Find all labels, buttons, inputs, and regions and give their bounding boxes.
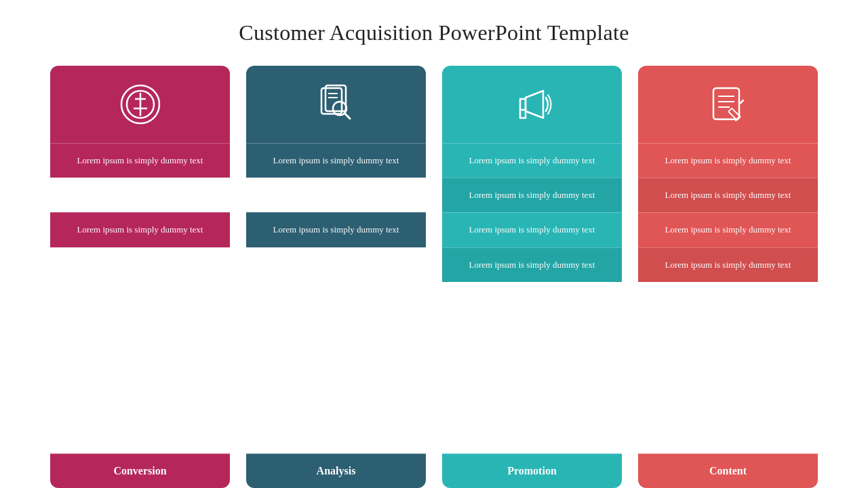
list-item: Lorem ipsum is simply dummy text <box>50 212 230 247</box>
page-title: Customer Acquisition PowerPoint Template <box>239 20 629 45</box>
card-analysis-items: Lorem ipsum is simply dummy text Lorem i… <box>246 143 426 453</box>
card-promotion-header <box>442 66 622 143</box>
search-doc-icon <box>313 81 360 128</box>
document-edit-icon <box>705 81 752 128</box>
svg-line-19 <box>741 100 743 103</box>
list-item: Lorem ipsum is simply dummy text <box>638 143 818 178</box>
card-promotion: Lorem ipsum is simply dummy text Lorem i… <box>442 66 622 488</box>
card-conversion-label: Conversion <box>50 453 230 488</box>
list-item: Lorem ipsum is simply dummy text <box>246 178 426 212</box>
list-item: Lorem ipsum is simply dummy text <box>638 212 818 247</box>
card-content-items: Lorem ipsum is simply dummy text Lorem i… <box>638 143 818 453</box>
card-conversion: Lorem ipsum is simply dummy text Lorem i… <box>50 66 230 488</box>
card-content-label: Content <box>638 453 818 488</box>
cards-container: Lorem ipsum is simply dummy text Lorem i… <box>0 66 868 488</box>
card-analysis: Lorem ipsum is simply dummy text Lorem i… <box>246 66 426 488</box>
list-item: Lorem ipsum is simply dummy text <box>246 212 426 247</box>
list-item: Lorem ipsum is simply dummy text <box>50 247 230 282</box>
card-analysis-label: Analysis <box>246 453 426 488</box>
list-item: Lorem ipsum is simply dummy text <box>50 178 230 212</box>
card-conversion-items: Lorem ipsum is simply dummy text Lorem i… <box>50 143 230 453</box>
card-analysis-header <box>246 66 426 143</box>
card-promotion-label: Promotion <box>442 453 622 488</box>
card-content: Lorem ipsum is simply dummy text Lorem i… <box>638 66 818 488</box>
list-item: Lorem ipsum is simply dummy text <box>442 212 622 247</box>
card-content-header <box>638 66 818 143</box>
svg-rect-14 <box>713 88 739 119</box>
card-promotion-items: Lorem ipsum is simply dummy text Lorem i… <box>442 143 622 453</box>
list-item: Lorem ipsum is simply dummy text <box>442 247 622 282</box>
list-item: Lorem ipsum is simply dummy text <box>442 143 622 178</box>
card-conversion-header <box>50 66 230 143</box>
list-item: Lorem ipsum is simply dummy text <box>246 143 426 178</box>
list-item: Lorem ipsum is simply dummy text <box>442 178 622 212</box>
svg-line-8 <box>344 113 350 119</box>
list-item: Lorem ipsum is simply dummy text <box>246 247 426 282</box>
list-item: Lorem ipsum is simply dummy text <box>50 143 230 178</box>
list-item: Lorem ipsum is simply dummy text <box>638 178 818 212</box>
megaphone-icon <box>509 81 556 128</box>
dollar-icon <box>117 81 164 128</box>
list-item: Lorem ipsum is simply dummy text <box>638 247 818 282</box>
